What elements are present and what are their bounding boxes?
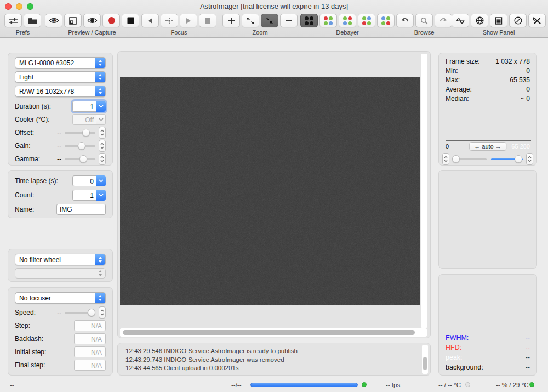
frame-size-value: 1 032 x 778 xyxy=(495,58,530,67)
browse-find-button[interactable] xyxy=(415,14,433,27)
auto-stretch-button[interactable]: ← auto → xyxy=(469,142,506,151)
gamma-slider[interactable] xyxy=(65,155,95,163)
histogram-max-value: 65 280 xyxy=(511,143,530,150)
frame-type-select[interactable]: Light xyxy=(15,71,106,83)
popup-chevrons-icon xyxy=(95,293,105,303)
vertical-scrollbar[interactable] xyxy=(421,54,427,328)
offset-value: -- xyxy=(57,129,61,137)
toolbar-group-label: Focus xyxy=(141,29,216,36)
sequence-panel: Time lapse (s): 0 Count: 1 xyxy=(8,170,113,218)
step-field[interactable]: N/A xyxy=(74,320,106,331)
final-step-field[interactable]: N/A xyxy=(74,360,106,371)
initial-step-field[interactable]: N/A xyxy=(74,346,106,357)
offset-stepper[interactable] xyxy=(99,127,106,139)
debayer-bggr-button[interactable] xyxy=(377,14,395,27)
focus-in-button[interactable] xyxy=(141,14,159,27)
speed-stepper[interactable] xyxy=(99,306,106,319)
show-sphere-panel-button[interactable] xyxy=(471,14,488,27)
open-file-button[interactable] xyxy=(24,14,41,27)
svg-text:1: 1 xyxy=(53,19,55,22)
focuser-status-dot xyxy=(529,382,534,387)
image-noise xyxy=(120,77,420,305)
focus-point-button[interactable] xyxy=(161,14,178,27)
count-label: Count: xyxy=(15,191,34,199)
toolbar-group-label: Preview / Capture xyxy=(45,29,139,36)
cooler-input[interactable]: Off xyxy=(72,114,106,125)
popup-chevrons-icon xyxy=(95,254,105,265)
debayer-rggb-button[interactable] xyxy=(319,14,337,27)
camera-select[interactable]: MI G1-0800 #3052 xyxy=(15,57,106,69)
focuser-select[interactable]: No focuser xyxy=(15,292,106,304)
gain-stepper[interactable] xyxy=(99,140,106,152)
preview-button[interactable] xyxy=(83,14,101,27)
backlash-field[interactable]: N/A xyxy=(74,333,106,344)
focus-start-button[interactable] xyxy=(180,14,197,27)
black-level-slider[interactable] xyxy=(452,155,487,163)
stop-capture-button[interactable] xyxy=(122,14,139,27)
star-metrics-panel: FWHM:-- HFD:-- peak:-- background:-- xyxy=(438,274,537,376)
peak-value: -- xyxy=(526,354,530,363)
shrink-icon xyxy=(266,17,273,25)
duration-input[interactable]: 1 xyxy=(72,101,106,112)
time-lapse-label: Time lapse (s): xyxy=(15,177,58,185)
filter-wheel-select[interactable]: No filter wheel xyxy=(15,254,106,265)
statistics-panel: Frame size:1 032 x 778 Min:0 Max:65 535 … xyxy=(438,53,537,166)
wheel-status-value: -- xyxy=(10,382,14,388)
tune-sliders-icon xyxy=(8,17,18,25)
histogram-plot xyxy=(446,109,531,141)
undo-arrow-icon xyxy=(401,17,409,24)
debayer-grbg-button[interactable] xyxy=(339,14,356,27)
wrench-tools-icon xyxy=(533,17,541,25)
app-window: AstroImager [trial license will expire i… xyxy=(0,0,548,392)
bayer-mono-icon xyxy=(305,16,313,25)
preview-once-button[interactable]: 1 xyxy=(45,14,62,27)
average-label: Average: xyxy=(446,86,472,95)
log-panel: 12:43:29.546 INDIGO Service AstroImager … xyxy=(117,343,431,376)
frame-format-select[interactable]: RAW 16 1032x778 xyxy=(15,86,106,97)
speed-value: -- xyxy=(57,309,61,316)
zoom-out-button[interactable] xyxy=(280,14,298,27)
compass-icon xyxy=(514,16,522,25)
frame-button[interactable] xyxy=(64,14,82,27)
fps-value: -- fps xyxy=(386,382,400,388)
gain-slider[interactable] xyxy=(65,141,95,150)
white-level-slider[interactable] xyxy=(491,155,523,163)
name-input[interactable] xyxy=(56,204,106,215)
show-log-panel-button[interactable] xyxy=(490,14,507,27)
folder-icon xyxy=(28,17,37,24)
focus-stop-button[interactable] xyxy=(199,14,216,27)
white-level-stepper[interactable] xyxy=(526,153,533,165)
gain-label: Gain: xyxy=(15,142,31,150)
toolbar-group-label: Zoom xyxy=(222,29,298,36)
offset-slider[interactable] xyxy=(65,128,95,137)
chevron-down-icon xyxy=(96,190,106,201)
speed-slider[interactable] xyxy=(65,308,95,317)
time-lapse-input[interactable]: 0 xyxy=(72,175,106,186)
browse-back-button[interactable] xyxy=(396,14,414,27)
show-guide-panel-button[interactable] xyxy=(509,14,527,27)
chevron-down-icon xyxy=(96,101,106,112)
log-scrollbar[interactable] xyxy=(422,345,428,374)
count-input[interactable]: 1 xyxy=(72,190,106,201)
filter-select[interactable] xyxy=(15,268,106,279)
debayer-mono-button[interactable] xyxy=(300,14,318,27)
prefs-button[interactable] xyxy=(4,14,22,27)
zoom-fit-button[interactable] xyxy=(242,14,259,27)
zoom-actual-button[interactable] xyxy=(261,14,278,27)
debayer-gbrg-button[interactable] xyxy=(358,14,375,27)
zoom-in-button[interactable] xyxy=(222,14,240,27)
show-histogram-panel-button[interactable] xyxy=(452,14,469,27)
record-button[interactable] xyxy=(102,14,120,27)
show-tools-panel-button[interactable] xyxy=(528,14,546,27)
backlash-label: Backlash: xyxy=(15,335,43,343)
fwhm-label: FWHM: xyxy=(446,334,469,344)
gamma-value: -- xyxy=(57,155,61,163)
horizontal-scrollbar-thumb[interactable] xyxy=(123,330,415,335)
browse-forward-button[interactable] xyxy=(435,14,452,27)
black-level-stepper[interactable] xyxy=(442,153,449,165)
log-scrollbar-thumb[interactable] xyxy=(423,357,427,370)
gamma-stepper[interactable] xyxy=(99,153,106,165)
captured-image[interactable] xyxy=(120,77,420,305)
title-bar: AstroImager [trial license will expire i… xyxy=(0,0,548,12)
horizontal-scrollbar[interactable] xyxy=(120,328,427,337)
